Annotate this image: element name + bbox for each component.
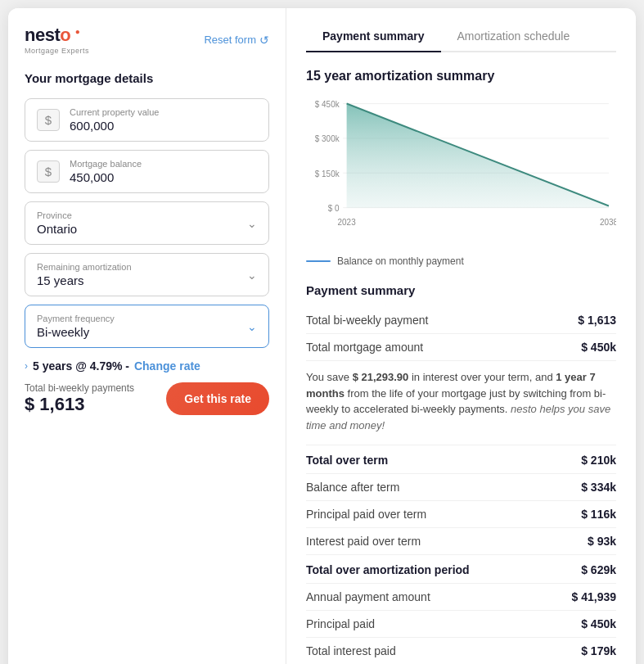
- dollar-sign-mortgage: $: [37, 160, 60, 183]
- ps-label-biweekly: Total bi-weekly payment: [306, 314, 428, 327]
- logo-text: nesto ●: [25, 25, 89, 46]
- svg-text:2023: 2023: [338, 216, 356, 227]
- ps-label-mortgage-amount: Total mortgage amount: [306, 341, 423, 354]
- change-rate-link[interactable]: Change rate: [134, 359, 200, 373]
- mortgage-section-title: Your mortgage details: [25, 71, 269, 85]
- province-label: Province: [37, 210, 77, 220]
- savings-italic: nesto helps you save time and money!: [306, 403, 610, 431]
- over-term-label: Total over term: [306, 454, 388, 467]
- tab-payment-summary[interactable]: Payment summary: [306, 21, 441, 52]
- over-term-value: $ 210k: [581, 454, 616, 467]
- ps-label-balance-after-term: Balance after term: [306, 481, 399, 494]
- over-amortization-header: Total over amortization period $ 629k: [306, 555, 616, 584]
- payment-frequency-select[interactable]: Payment frequency Bi-weekly ⌄: [25, 305, 269, 348]
- amortization-chevron-icon: ⌄: [247, 269, 257, 282]
- property-value-inner: Current property value 600,000: [70, 107, 159, 133]
- payment-summary-title: Payment summary: [306, 283, 616, 297]
- savings-text: You save $ 21,293.90 in interest over yo…: [306, 361, 616, 445]
- mortgage-balance-value: 450,000: [70, 170, 142, 184]
- rate-row: › 5 years @ 4.79% - Change rate: [25, 359, 269, 373]
- payment-frequency-value: Bi-weekly: [37, 325, 115, 339]
- amortization-label: Remaining amortization: [37, 262, 132, 272]
- ps-value-principal-over-term: $ 116k: [581, 508, 616, 521]
- logo-row: nesto ● Mortgage Experts Reset form ↺: [25, 25, 269, 55]
- chart-title: 15 year amortization summary: [306, 69, 616, 84]
- province-select[interactable]: Province Ontario ⌄: [25, 201, 269, 245]
- svg-text:$ 300k: $ 300k: [315, 133, 340, 143]
- svg-text:$ 450k: $ 450k: [315, 98, 340, 109]
- total-payment-row: Total bi-weekly payments $ 1,613 Get thi…: [25, 382, 269, 415]
- tabs-row: Payment summary Amortization schedule: [306, 21, 616, 52]
- payment-summary-section: Payment summary Total bi-weekly payment …: [306, 283, 616, 664]
- ps-row-annual-payment: Annual payment amount $ 41,939: [306, 584, 616, 611]
- over-amortization-value: $ 629k: [581, 563, 616, 576]
- ps-label-interest-over-term: Interest paid over term: [306, 535, 421, 548]
- ps-value-annual-payment: $ 41,939: [572, 590, 617, 603]
- property-value-value: 600,000: [70, 119, 159, 133]
- reset-form-label: Reset form: [204, 34, 256, 46]
- ps-row-principal-paid: Principal paid $ 450k: [306, 611, 616, 638]
- ps-label-principal-paid: Principal paid: [306, 617, 375, 630]
- property-value-field[interactable]: $ Current property value 600,000: [25, 98, 269, 142]
- payment-frequency-inner: Payment frequency Bi-weekly: [37, 314, 115, 339]
- ps-value-interest-over-term: $ 93k: [588, 535, 616, 548]
- tab-amortization-schedule[interactable]: Amortization schedule: [441, 21, 587, 52]
- ps-value-total-interest: $ 179k: [581, 644, 616, 657]
- ps-label-annual-payment: Annual payment amount: [306, 590, 430, 603]
- amortization-select[interactable]: Remaining amortization 15 years ⌄: [25, 253, 269, 296]
- province-inner: Province Ontario: [37, 210, 77, 236]
- province-chevron-icon: ⌄: [247, 217, 257, 230]
- amortization-value: 15 years: [37, 273, 132, 287]
- logo: nesto ● Mortgage Experts: [25, 25, 89, 55]
- ps-row-balance-after-term: Balance after term $ 334k: [306, 474, 616, 501]
- over-amortization-label: Total over amortization period: [306, 563, 470, 576]
- ps-value-mortgage-amount: $ 450k: [581, 341, 616, 354]
- svg-text:2038: 2038: [600, 216, 616, 227]
- savings-amount: $ 21,293.90: [353, 371, 409, 383]
- frequency-chevron-icon: ⌄: [247, 320, 257, 333]
- total-amount: $ 1,613: [25, 394, 134, 415]
- ps-row-principal-over-term: Principal paid over term $ 116k: [306, 501, 616, 528]
- legend-line: [306, 260, 331, 262]
- svg-text:$ 150k: $ 150k: [315, 168, 340, 178]
- province-value: Ontario: [37, 222, 77, 236]
- ps-value-balance-after-term: $ 334k: [581, 481, 616, 494]
- savings-time: 1 year 7 months: [306, 371, 596, 400]
- mortgage-balance-label: Mortgage balance: [70, 159, 142, 169]
- mortgage-balance-field[interactable]: $ Mortgage balance 450,000: [25, 150, 269, 193]
- payment-frequency-label: Payment frequency: [37, 314, 115, 323]
- property-value-label: Current property value: [70, 107, 159, 117]
- amortization-chart: $ 450k $ 300k $ 150k $ 0 2023 2038: [306, 95, 616, 242]
- chart-container: $ 450k $ 300k $ 150k $ 0 2023 2038: [306, 95, 616, 242]
- ps-value-biweekly: $ 1,613: [578, 314, 616, 327]
- total-bi-weekly-label: Total bi-weekly payments: [25, 382, 134, 394]
- ps-row-biweekly: Total bi-weekly payment $ 1,613: [306, 307, 616, 334]
- logo-o: o: [60, 25, 70, 45]
- ps-row-interest-over-term: Interest paid over term $ 93k: [306, 528, 616, 555]
- ps-row-mortgage-amount: Total mortgage amount $ 450k: [306, 334, 616, 361]
- over-term-header: Total over term $ 210k: [306, 445, 616, 474]
- get-rate-button[interactable]: Get this rate: [166, 382, 269, 415]
- chart-legend: Balance on monthly payment: [306, 255, 616, 267]
- legend-label: Balance on monthly payment: [337, 255, 464, 267]
- dollar-sign-property: $: [37, 109, 60, 131]
- rate-text: 5 years @ 4.79% -: [33, 359, 129, 373]
- mortgage-balance-inner: Mortgage balance 450,000: [70, 159, 142, 184]
- ps-value-principal-paid: $ 450k: [581, 617, 616, 630]
- rate-chevron-icon: ›: [25, 360, 28, 372]
- reset-icon: ↺: [259, 34, 269, 47]
- amortization-inner: Remaining amortization 15 years: [37, 262, 132, 287]
- right-panel: Payment summary Amortization schedule 15…: [286, 8, 636, 664]
- logo-subtitle: Mortgage Experts: [25, 47, 89, 55]
- svg-text:$ 0: $ 0: [328, 202, 340, 213]
- ps-row-total-interest: Total interest paid $ 179k: [306, 638, 616, 664]
- reset-form-button[interactable]: Reset form ↺: [204, 34, 269, 47]
- total-payment-info: Total bi-weekly payments $ 1,613: [25, 382, 134, 415]
- ps-label-principal-over-term: Principal paid over term: [306, 508, 426, 521]
- ps-label-total-interest: Total interest paid: [306, 644, 396, 657]
- left-panel: nesto ● Mortgage Experts Reset form ↺ Yo…: [8, 8, 286, 664]
